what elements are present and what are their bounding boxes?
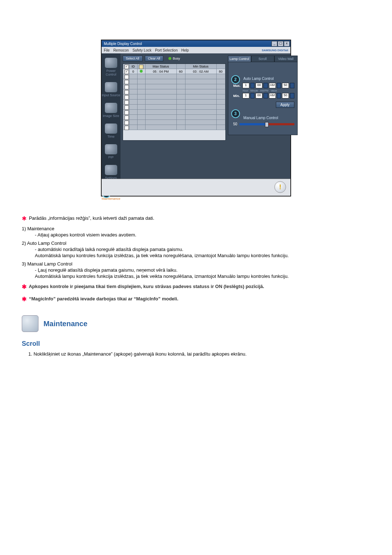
col-status (138, 64, 146, 69)
clear-all-button[interactable]: Clear All (145, 56, 164, 61)
grid-row-empty (123, 105, 225, 110)
intro-para: ✱ Parādās „informācijas režģis”, kurā ie… (28, 214, 370, 223)
scroll-heading: Scroll (22, 340, 370, 348)
settings-icon (105, 165, 117, 175)
menu-remocon[interactable]: Remocon (113, 48, 129, 52)
min-ampm-select[interactable]: AM (269, 93, 276, 98)
max-label: Max. (233, 84, 241, 88)
max-value-select[interactable]: 50 (282, 83, 289, 88)
sidebar-item-time[interactable]: Time (102, 121, 121, 142)
dropdown-icon[interactable] (250, 83, 254, 88)
close-button[interactable]: x (284, 41, 290, 46)
sidebar-item-label: Image Size (103, 114, 119, 118)
apply-button[interactable]: Apply (276, 102, 294, 108)
callout-badge-2: 2 (231, 75, 240, 84)
power-icon (105, 58, 117, 68)
tab-lamp-control[interactable]: Lamp Control (228, 56, 251, 62)
brand-label: SAMSUNG DIGITall (262, 49, 288, 52)
item-2-sub-a: - automātiski norādītajā laikā noregulē … (35, 247, 370, 252)
callout-badge-3: 3 (231, 109, 240, 118)
auto-max-row: Max. 1 00 AM 50 (233, 83, 294, 88)
grid-row-empty (123, 74, 225, 79)
dropdown-icon[interactable] (264, 93, 268, 98)
item-3-sub-a: - Ļauj noregulē atlasītā displeja pamata… (35, 267, 370, 273)
grid-toolbar: Select All Clear All Busy (123, 56, 226, 61)
manual-lamp-slider[interactable]: 50 (233, 122, 294, 126)
center-pane: Select All Clear All Busy ID Max Status (121, 53, 228, 179)
grid-row-empty (123, 125, 225, 130)
col-id: ID (130, 64, 138, 69)
tab-scroll[interactable]: Scroll (251, 56, 274, 62)
busy-indicator: Busy (168, 57, 180, 60)
grid-row[interactable]: 0 05 : 04 PM 60 03 : 02 AM 80 (123, 69, 225, 74)
dropdown-icon[interactable] (277, 93, 281, 98)
item-2: 2) Auto Lamp Control (22, 240, 370, 246)
app-window: Multiple Display Control _ ▢ x File Remo… (101, 40, 291, 196)
right-pane: Lamp Control Scroll Video Wall 2 Auto La… (228, 53, 300, 179)
item-3-sub-b: Automātiskā lampu kontroles funkcija izs… (35, 274, 370, 279)
maintenance-heading-icon (22, 315, 38, 332)
cell-min-time: 03 : 02 AM (185, 69, 217, 74)
field-hints: HourMinuteAM/PMValue (243, 89, 294, 92)
max-minute-select[interactable]: 00 (256, 83, 262, 88)
cell-min-val: 80 (217, 69, 225, 74)
dropdown-icon[interactable] (290, 83, 294, 88)
tab-video-wall[interactable]: Video Wall (274, 56, 298, 62)
status-strip: ! (102, 179, 290, 196)
item-1-sub: - Atļauj apkopes kontroli visiem ievades… (35, 232, 370, 238)
min-hour-select[interactable]: 1 (242, 93, 249, 98)
cell-id: 0 (130, 69, 138, 74)
menu-port-selection[interactable]: Port Selection (155, 48, 177, 52)
menu-file[interactable]: File (104, 48, 110, 52)
grid-row-empty (123, 84, 225, 89)
item-2-sub-b: Automātiskā lampu kontroles funkcija izs… (35, 253, 370, 258)
min-value-select[interactable]: 50 (282, 93, 289, 98)
sidebar-item-power-control[interactable]: Power Control (102, 56, 121, 80)
grid-row-empty (123, 110, 225, 115)
maintenance-heading: Maintenance (22, 315, 370, 332)
row-checkbox[interactable] (124, 70, 129, 74)
display-grid: ID Max Status Min Status 0 05 : 04 PM 60 (123, 64, 226, 141)
min-label: Min. (233, 94, 241, 98)
sidebar-item-label: Power Control (106, 69, 116, 76)
dropdown-icon[interactable] (264, 83, 268, 88)
maintenance-heading-text: Maintenance (44, 320, 87, 328)
step-1: 1. Noklikšķiniet uz ikonas „Maintenance”… (28, 351, 370, 357)
menu-safety-lock[interactable]: Safety Lock (132, 48, 151, 52)
max-hour-select[interactable]: 1 (242, 83, 249, 88)
cell-max-time: 05 : 04 PM (146, 69, 177, 74)
sidebar-item-pip[interactable]: PIP (102, 142, 121, 163)
sidebar-item-input-source[interactable]: Input Source (102, 80, 121, 101)
status-on-icon (140, 70, 143, 73)
busy-dot-icon (168, 57, 171, 60)
select-all-button[interactable]: Select All (123, 56, 143, 61)
dropdown-icon[interactable] (290, 93, 294, 98)
cell-max-val: 60 (177, 69, 185, 74)
sidebar-item-image-size[interactable]: Image Size (102, 101, 121, 121)
pip-icon (105, 144, 117, 154)
image-size-icon (105, 103, 117, 113)
dropdown-icon[interactable] (277, 83, 281, 88)
window-title: Multiple Display Control (102, 42, 271, 46)
dropdown-icon[interactable] (250, 93, 254, 98)
sidebar-item-label: PIP (109, 155, 114, 159)
grid-row-empty (123, 89, 225, 94)
slider-thumb[interactable] (265, 122, 269, 127)
auto-lamp-title: Auto Lamp Control (244, 77, 294, 81)
maximize-button[interactable]: ▢ (278, 41, 283, 46)
min-minute-select[interactable]: 00 (256, 93, 262, 98)
max-ampm-select[interactable]: AM (269, 83, 276, 88)
manual-lamp-title: Manual Lamp Control (244, 116, 294, 120)
slider-track[interactable] (240, 123, 294, 125)
col-check[interactable] (123, 64, 130, 69)
menu-help[interactable]: Help (181, 48, 189, 52)
item-3: 3) Manual Lamp Control (22, 261, 370, 267)
minimize-button[interactable]: _ (271, 41, 277, 46)
tabs: Lamp Control Scroll Video Wall (228, 56, 298, 62)
col-min-val (217, 64, 225, 69)
lamp-control-panel: 2 Auto Lamp Control Max. 1 00 AM 50 Hour… (228, 62, 298, 135)
grid-row-empty (123, 94, 225, 100)
sidebar-item-label: Time (107, 135, 115, 138)
auto-min-row: Min. 1 00 AM 50 (233, 93, 294, 98)
grid-row-empty (123, 79, 225, 84)
